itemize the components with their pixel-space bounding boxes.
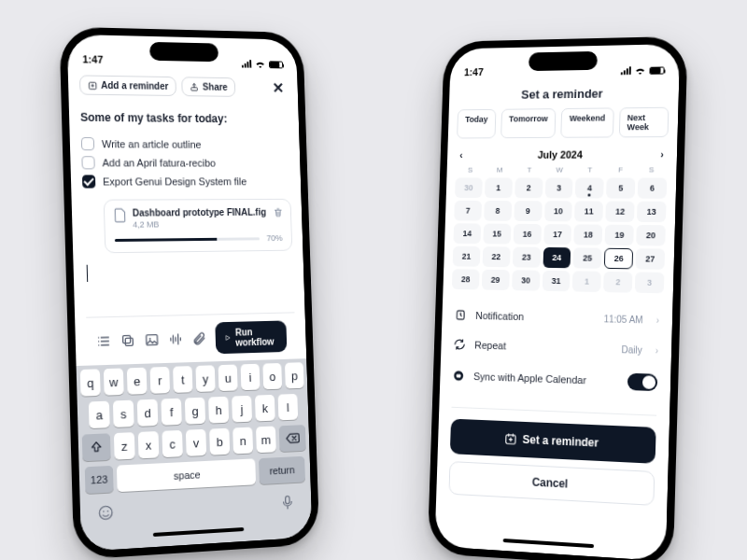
task-checkbox[interactable] [81, 156, 94, 169]
day-4[interactable]: 4 [575, 177, 604, 198]
quick-weekend[interactable]: Weekend [560, 107, 613, 137]
task-item[interactable]: Write an article outline [81, 137, 289, 151]
day-28[interactable]: 28 [452, 269, 480, 289]
day-6[interactable]: 6 [638, 178, 667, 199]
keyboard[interactable]: qwertyuiop asdfghjkl zxcvbnm 123 space r… [77, 358, 313, 552]
day-11[interactable]: 11 [574, 201, 603, 221]
day-15[interactable]: 15 [483, 224, 511, 245]
day-25[interactable]: 25 [573, 247, 602, 268]
key-x[interactable]: x [138, 431, 160, 458]
day-30[interactable]: 30 [455, 177, 483, 198]
file-name: Dashboard prototype FINAL.fig [133, 207, 266, 218]
run-workflow-button[interactable]: Run workflow [215, 320, 287, 354]
key-t[interactable]: t [173, 366, 192, 393]
add-reminder-button[interactable]: Add a reminder [79, 75, 176, 96]
key-l[interactable]: l [278, 394, 299, 420]
trash-icon[interactable] [273, 207, 284, 218]
day-31[interactable]: 31 [542, 271, 571, 292]
key-i[interactable]: i [241, 364, 261, 390]
notification-value: 11:05 AM [603, 314, 642, 325]
cancel-label: Cancel [532, 476, 569, 491]
svg-rect-9 [286, 496, 290, 503]
key-r[interactable]: r [150, 367, 170, 394]
day-2[interactable]: 2 [514, 177, 543, 198]
key-shift[interactable] [82, 433, 111, 461]
key-n[interactable]: n [233, 427, 253, 455]
prev-month-button[interactable]: ‹ [459, 149, 463, 161]
key-d[interactable]: d [137, 399, 159, 427]
task-checkbox[interactable] [81, 137, 94, 150]
emoji-icon[interactable] [97, 504, 115, 522]
audio-wave-icon[interactable] [168, 331, 183, 346]
key-space[interactable]: space [117, 458, 256, 492]
key-b[interactable]: b [209, 428, 230, 455]
day-13[interactable]: 13 [637, 202, 666, 222]
key-u[interactable]: u [218, 365, 238, 392]
key-c[interactable]: c [162, 430, 182, 457]
day-30[interactable]: 30 [512, 270, 540, 290]
task-checkbox[interactable] [82, 175, 95, 188]
day-19[interactable]: 19 [605, 225, 634, 245]
key-o[interactable]: o [262, 363, 282, 389]
key-123[interactable]: 123 [85, 466, 114, 494]
key-backspace[interactable] [279, 425, 306, 452]
day-26[interactable]: 26 [604, 248, 633, 270]
day-14[interactable]: 14 [453, 223, 481, 244]
text-caret[interactable] [87, 261, 292, 282]
share-button[interactable]: Share [182, 77, 236, 97]
sync-toggle[interactable] [627, 373, 658, 391]
copy-icon[interactable] [120, 333, 135, 349]
key-h[interactable]: h [208, 397, 229, 424]
key-k[interactable]: k [255, 395, 275, 422]
day-9[interactable]: 9 [514, 201, 542, 221]
key-return[interactable]: return [259, 456, 305, 484]
set-reminder-button[interactable]: Set a reminder [450, 419, 656, 464]
mic-icon[interactable] [279, 494, 296, 511]
day-22[interactable]: 22 [482, 246, 510, 267]
quick-today[interactable]: Today [457, 109, 496, 139]
day-3[interactable]: 3 [544, 177, 573, 198]
key-w[interactable]: w [104, 369, 124, 396]
day-23[interactable]: 23 [513, 247, 541, 268]
month-label: July 2024 [538, 149, 583, 161]
day-21[interactable]: 21 [453, 246, 481, 267]
day-18[interactable]: 18 [574, 224, 603, 245]
key-s[interactable]: s [113, 400, 134, 427]
attachment-icon[interactable] [191, 331, 206, 346]
key-q[interactable]: q [80, 369, 101, 396]
day-8[interactable]: 8 [484, 201, 512, 221]
list-icon[interactable] [96, 333, 111, 349]
quick-next-week[interactable]: Next Week [618, 107, 669, 138]
day-16[interactable]: 16 [513, 224, 541, 245]
image-icon[interactable] [145, 332, 160, 348]
task-item[interactable]: Export Genui Design System file [82, 175, 290, 188]
quick-tomorrow[interactable]: Tomorrow [500, 108, 557, 138]
task-item[interactable]: Add an April fatura-recibo [81, 156, 289, 169]
key-p[interactable]: p [285, 362, 304, 388]
key-f[interactable]: f [161, 399, 181, 426]
key-j[interactable]: j [232, 396, 252, 423]
day-10[interactable]: 10 [544, 201, 573, 221]
day-3[interactable]: 3 [635, 272, 665, 293]
day-27[interactable]: 27 [636, 248, 666, 270]
key-e[interactable]: e [127, 368, 148, 395]
key-y[interactable]: y [195, 365, 215, 392]
key-m[interactable]: m [256, 427, 276, 454]
day-12[interactable]: 12 [606, 202, 635, 222]
key-g[interactable]: g [185, 398, 205, 425]
key-v[interactable]: v [186, 429, 206, 456]
day-20[interactable]: 20 [636, 225, 665, 246]
key-z[interactable]: z [114, 432, 135, 460]
day-2[interactable]: 2 [603, 272, 632, 293]
next-month-button[interactable]: › [660, 148, 664, 160]
day-7[interactable]: 7 [454, 201, 482, 221]
upload-progress-bar [115, 237, 260, 242]
day-29[interactable]: 29 [482, 270, 510, 290]
day-1[interactable]: 1 [485, 177, 513, 198]
close-button[interactable]: ✕ [268, 76, 288, 101]
day-17[interactable]: 17 [543, 224, 572, 245]
day-1[interactable]: 1 [572, 271, 601, 292]
day-5[interactable]: 5 [606, 177, 635, 198]
day-24[interactable]: 24 [543, 247, 571, 268]
key-a[interactable]: a [89, 401, 110, 428]
